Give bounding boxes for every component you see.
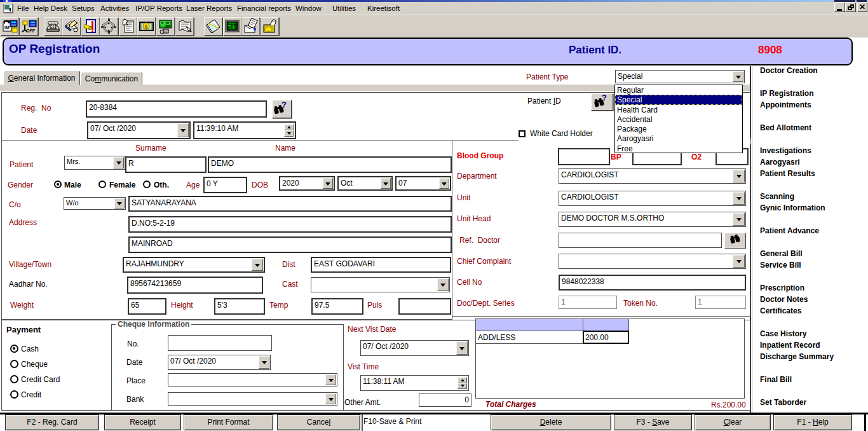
svg-text:IM: IM <box>4 25 10 30</box>
svg-text:OFF: OFF <box>26 29 36 33</box>
svg-text:$: $ <box>145 24 148 30</box>
